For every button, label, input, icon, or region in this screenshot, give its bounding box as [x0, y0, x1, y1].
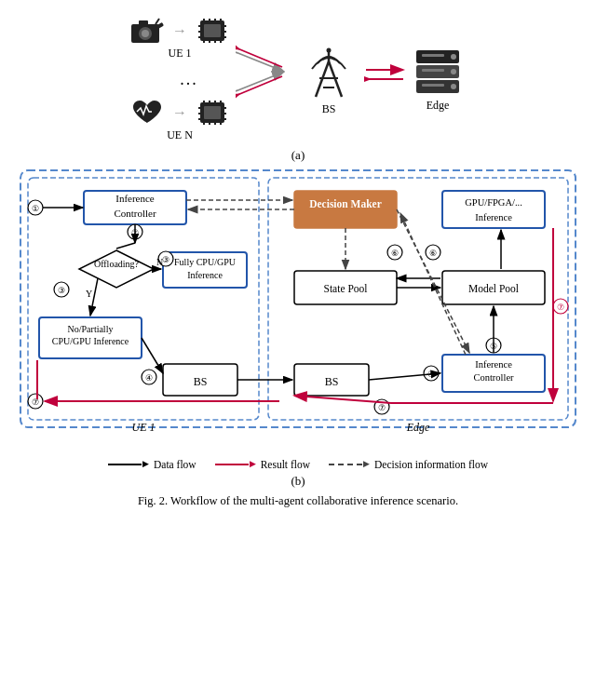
legend-decision-flow-label: Decision information flow	[374, 459, 488, 470]
svg-rect-57	[422, 69, 444, 72]
svg-text:Controller: Controller	[473, 372, 514, 383]
svg-text:⑦: ⑦	[557, 303, 564, 312]
svg-text:UE 1: UE 1	[132, 421, 156, 434]
svg-text:Inference: Inference	[187, 270, 223, 280]
svg-text:Y: Y	[86, 289, 92, 299]
part-a-diagram: →	[19, 17, 577, 142]
ueN-label: UE N	[167, 128, 193, 142]
svg-text:No/Partially: No/Partially	[68, 324, 114, 334]
legend-data-flow-label: Data flow	[154, 459, 196, 470]
edge-label: Edge	[427, 99, 450, 113]
ueN-row: →	[129, 99, 230, 127]
svg-point-53	[451, 54, 456, 60]
server-icon	[413, 47, 463, 97]
svg-rect-56	[422, 54, 444, 57]
svg-point-55	[451, 84, 456, 89]
svg-text:Controller: Controller	[114, 208, 156, 219]
svg-point-2	[142, 30, 149, 37]
microchip-icon-ueN	[195, 99, 230, 127]
arrow-ue1-to-chip: →	[172, 22, 187, 39]
svg-text:CPU/GPU Inference: CPU/GPU Inference	[52, 336, 129, 346]
svg-line-122	[142, 338, 163, 373]
legend: ▶ Data flow ▶ Result flow ▶ Decision inf…	[108, 459, 488, 470]
svg-line-41	[237, 76, 282, 95]
svg-text:Fully CPU/GPU: Fully CPU/GPU	[174, 257, 237, 267]
legend-decision-flow: ▶ Decision information flow	[329, 459, 488, 470]
svg-line-5	[156, 19, 159, 24]
svg-text:State Pool: State Pool	[324, 283, 368, 294]
svg-point-54	[451, 69, 456, 74]
svg-text:③: ③	[58, 286, 65, 295]
svg-rect-3	[139, 20, 148, 26]
camera-icon	[129, 17, 165, 45]
svg-rect-77	[294, 191, 397, 228]
svg-text:⑦: ⑦	[378, 403, 386, 412]
svg-text:BS: BS	[325, 375, 339, 388]
ue1-label: UE 1	[169, 47, 192, 61]
svg-marker-67	[79, 250, 154, 288]
arrows-to-bs	[236, 34, 291, 108]
tower-icon	[305, 43, 353, 101]
svg-text:Decision Maker: Decision Maker	[309, 198, 382, 209]
svg-rect-23	[204, 106, 221, 119]
part-a-label: (a)	[291, 148, 305, 163]
svg-text:④: ④	[145, 373, 153, 383]
svg-line-117	[116, 243, 135, 249]
svg-text:Inference: Inference	[475, 359, 512, 370]
svg-text:Inference: Inference	[475, 212, 512, 222]
ue1-group: →	[129, 17, 230, 61]
ue-column: →	[129, 17, 230, 142]
part-a-section: →	[19, 9, 577, 163]
svg-text:①: ①	[32, 204, 39, 213]
svg-line-38	[236, 52, 282, 71]
svg-text:Model Pool: Model Pool	[468, 283, 519, 294]
microchip-icon-ue1	[195, 17, 230, 45]
arrow-ueN-to-chip: →	[172, 104, 187, 121]
part-b-label: (b)	[291, 474, 305, 489]
edge-group: Edge	[413, 47, 463, 113]
svg-point-47	[327, 48, 332, 53]
ue1-row: →	[129, 17, 230, 45]
svg-text:BS: BS	[194, 375, 208, 388]
svg-line-136	[294, 396, 391, 403]
legend-result-flow: ▶ Result flow	[215, 459, 310, 470]
bs-group: BS	[305, 43, 353, 116]
svg-text:Offloading?: Offloading?	[94, 259, 140, 269]
arrows-bs-edge	[364, 57, 405, 94]
svg-text:Inference: Inference	[115, 193, 155, 204]
svg-line-40	[237, 48, 282, 67]
legend-data-flow: ▶ Data flow	[108, 459, 196, 470]
svg-line-39	[236, 73, 282, 91]
bs-label: BS	[322, 102, 336, 116]
part-b-section: UE 1 Edge Inference Controller Offloadin…	[19, 168, 577, 489]
dots: ...	[180, 70, 198, 89]
svg-text:GPU/FPGA/...: GPU/FPGA/...	[465, 197, 522, 208]
ueN-group: →	[129, 99, 230, 142]
svg-text:Edge: Edge	[406, 421, 430, 434]
legend-result-flow-label: Result flow	[261, 459, 310, 470]
svg-rect-58	[422, 84, 444, 87]
page: →	[0, 0, 596, 518]
svg-rect-88	[442, 191, 545, 228]
part-b-diagram: UE 1 Edge Inference Controller Offloadin…	[19, 168, 577, 438]
svg-text:⑥: ⑥	[429, 249, 437, 258]
heart-icon	[129, 99, 165, 127]
figure-caption: Fig. 2. Workflow of the multi-agent coll…	[19, 494, 577, 508]
svg-text:N: N	[156, 257, 163, 267]
svg-text:⑥: ⑥	[391, 249, 399, 258]
svg-rect-7	[204, 24, 221, 37]
